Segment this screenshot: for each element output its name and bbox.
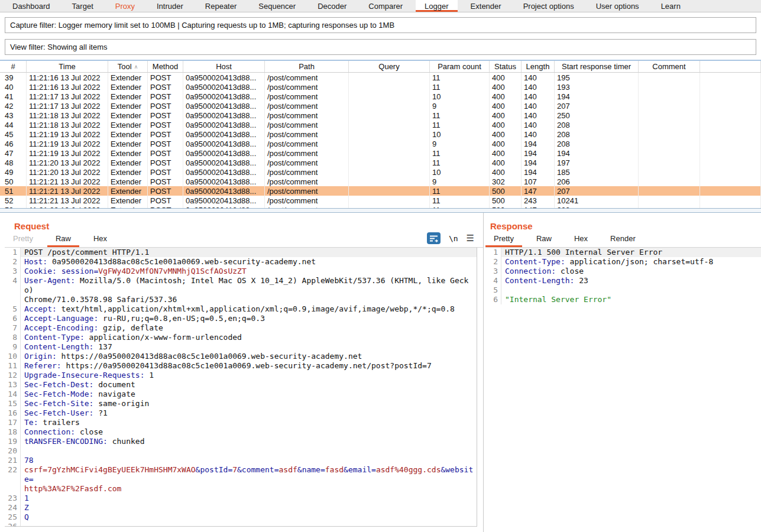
menu-tab-target[interactable]: Target (63, 0, 102, 12)
menu-tab-dashboard[interactable]: Dashboard (4, 0, 59, 12)
view-filter-text: View filter: Showing all items (10, 43, 108, 51)
log-row-53[interactable]: 5311:21:22 13 Jul 2022ExtenderPOST0a9500… (0, 205, 761, 208)
column-header-query[interactable]: Query (349, 61, 430, 72)
main-menu-tabbar: DashboardTargetProxyIntruderRepeaterSequ… (0, 0, 761, 12)
log-row-48[interactable]: 4811:21:20 13 Jul 2022ExtenderPOST0a9500… (0, 158, 761, 167)
cell-host: 0a9500020413d88... (183, 92, 265, 101)
column-header-path[interactable]: Path (265, 61, 349, 72)
log-row-39[interactable]: 3911:21:16 13 Jul 2022ExtenderPOST0a9500… (0, 73, 761, 82)
cell-length: 140 (522, 73, 555, 82)
column-header-method[interactable]: Method (148, 61, 183, 72)
log-row-43[interactable]: 4311:21:18 13 Jul 2022ExtenderPOST0a9500… (0, 111, 761, 120)
log-row-41[interactable]: 4111:21:17 13 Jul 2022ExtenderPOST0a9500… (0, 92, 761, 101)
log-row-51[interactable]: 5111:21:21 13 Jul 2022ExtenderPOST0a9500… (0, 186, 761, 196)
column-header-param-count[interactable]: Param count (430, 61, 490, 72)
line-content (20, 446, 477, 456)
cell-blank: 52 (0, 196, 27, 205)
line-number: 18 (5, 427, 20, 437)
cell-param-count: 11 (430, 196, 490, 205)
column-header-blank[interactable]: # (0, 61, 27, 72)
cell-time: 11:21:21 13 Jul 2022 (27, 186, 108, 196)
log-row-42[interactable]: 4211:21:17 13 Jul 2022ExtenderPOST0a9500… (0, 101, 761, 111)
request-tab-pretty[interactable]: Pretty (5, 231, 41, 247)
line-number: 7 (5, 323, 20, 333)
cell-status: 400 (490, 73, 522, 82)
line-number: 21 (5, 456, 20, 465)
log-row-50[interactable]: 5011:21:21 13 Jul 2022ExtenderPOST0a9500… (0, 177, 761, 186)
cell-status: 400 (490, 120, 522, 129)
cell-path: /post/comment (265, 158, 349, 167)
cell-path: /post/comment (265, 205, 349, 208)
cell-path: /post/comment (265, 73, 349, 82)
menu-tab-intruder[interactable]: Intruder (148, 0, 192, 12)
cell-extra (700, 177, 761, 186)
line-content: Sec-Fetch-User: ?1 (20, 408, 477, 418)
view-filter-bar[interactable]: View filter: Showing all items (5, 39, 756, 55)
log-row-46[interactable]: 4611:21:19 13 Jul 2022ExtenderPOST0a9500… (0, 139, 761, 148)
menu-tab-extender[interactable]: Extender (462, 0, 510, 12)
column-header-tool[interactable]: Tool∧ (108, 61, 148, 72)
request-line-9: 9Content-Length: 137 (5, 342, 477, 352)
menu-tab-logger[interactable]: Logger (416, 0, 457, 12)
newline-toggle-icon[interactable]: \n (449, 234, 458, 243)
response-tab-pretty[interactable]: Pretty (485, 231, 522, 247)
cell-comment (639, 177, 700, 186)
cell-start-response-timer: 193 (555, 82, 639, 92)
cell-param-count: 11 (430, 120, 490, 129)
menu-tab-proxy[interactable]: Proxy (106, 0, 144, 12)
log-row-47[interactable]: 4711:21:19 13 Jul 2022ExtenderPOST0a9500… (0, 148, 761, 158)
log-row-45[interactable]: 4511:21:19 13 Jul 2022ExtenderPOST0a9500… (0, 129, 761, 139)
response-tab-hex[interactable]: Hex (566, 231, 596, 247)
column-header-status[interactable]: Status (490, 61, 522, 72)
cell-blank: 41 (0, 92, 27, 101)
response-tab-raw[interactable]: Raw (528, 231, 560, 247)
request-tab-raw[interactable]: Raw (47, 231, 79, 247)
request-line-7: 7Accept-Encoding: gzip, deflate (5, 323, 477, 333)
log-row-52[interactable]: 5211:21:21 13 Jul 2022ExtenderPOST0a9500… (0, 196, 761, 205)
cell-path: /post/comment (265, 177, 349, 186)
response-editor[interactable]: 1HTTP/1.1 500 Internal Server Error2Cont… (485, 248, 761, 304)
column-header-time[interactable]: Time (27, 61, 108, 72)
cell-blank: 48 (0, 158, 27, 167)
cell-time: 11:21:17 13 Jul 2022 (27, 101, 108, 111)
column-header-host[interactable]: Host (183, 61, 265, 72)
line-content: "Internal Server Error" (501, 295, 761, 304)
line-number: 19 (5, 437, 20, 446)
menu-tab-decoder[interactable]: Decoder (309, 0, 355, 12)
column-header-extra[interactable] (700, 61, 761, 72)
line-content: tRANSFER-ENCODING: chunked (20, 437, 477, 446)
cell-comment (639, 196, 700, 205)
line-content: Sec-Fetch-Site: same-origin (20, 399, 477, 408)
cell-host: 0a9500020413d88... (183, 73, 265, 82)
column-header-length[interactable]: Length (522, 61, 555, 72)
editor-menu-icon[interactable]: ☰ (467, 233, 475, 244)
menu-tab-user-options[interactable]: User options (587, 0, 648, 12)
cell-length: 194 (522, 148, 555, 158)
capture-filter-bar[interactable]: Capture filter: Logger memory limit set … (5, 17, 756, 33)
line-number: 5 (5, 304, 20, 314)
horizontal-splitter[interactable] (0, 208, 761, 213)
cell-tool: Extender (108, 167, 148, 177)
menu-tab-project-options[interactable]: Project options (514, 0, 583, 12)
cell-query (349, 186, 430, 196)
log-row-49[interactable]: 4911:21:20 13 Jul 2022ExtenderPOST0a9500… (0, 167, 761, 177)
cell-time: 11:21:19 13 Jul 2022 (27, 139, 108, 148)
response-tab-render[interactable]: Render (602, 231, 644, 247)
menu-tab-sequencer[interactable]: Sequencer (250, 0, 305, 12)
menu-tab-comparer[interactable]: Comparer (360, 0, 412, 12)
line-number: 22 (5, 465, 20, 494)
line-number: 4 (5, 276, 20, 304)
menu-tab-repeater[interactable]: Repeater (196, 0, 245, 12)
log-row-44[interactable]: 4411:21:18 13 Jul 2022ExtenderPOST0a9500… (0, 120, 761, 129)
request-editor[interactable]: 1POST /post/comment HTTP/1.12Host: 0a950… (5, 248, 477, 527)
log-row-40[interactable]: 4011:21:16 13 Jul 2022ExtenderPOST0a9500… (0, 82, 761, 92)
format-wrap-icon[interactable] (427, 232, 441, 244)
column-header-comment[interactable]: Comment (639, 61, 700, 72)
cell-path: /post/comment (265, 111, 349, 120)
column-header-start-response-timer[interactable]: Start response timer (555, 61, 639, 72)
burp-suite-window: DashboardTargetProxyIntruderRepeaterSequ… (0, 0, 761, 532)
menu-tab-learn[interactable]: Learn (652, 0, 689, 12)
request-tab-hex[interactable]: Hex (85, 231, 115, 247)
cell-start-response-timer: 206 (555, 177, 639, 186)
line-number: 2 (485, 257, 501, 267)
